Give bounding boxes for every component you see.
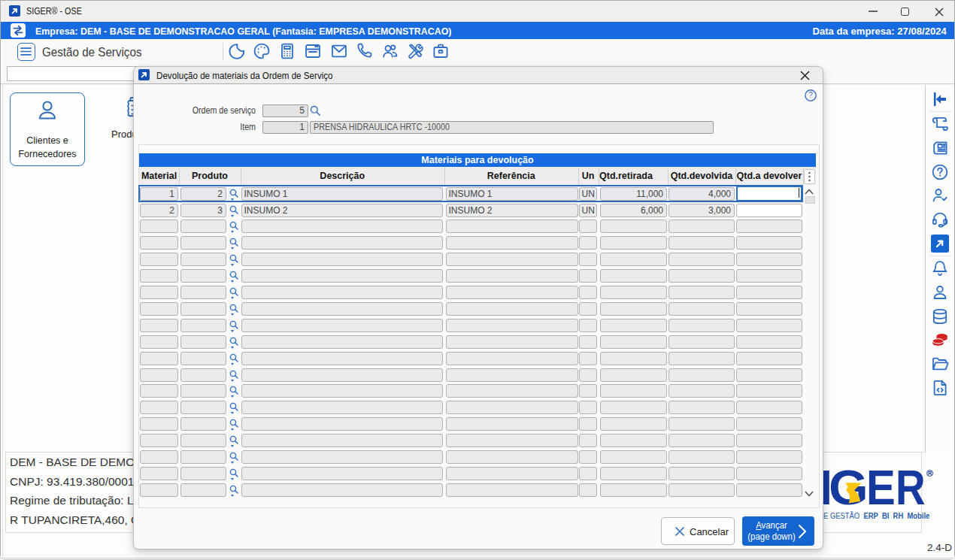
svg-text:?: ?: [808, 91, 813, 99]
